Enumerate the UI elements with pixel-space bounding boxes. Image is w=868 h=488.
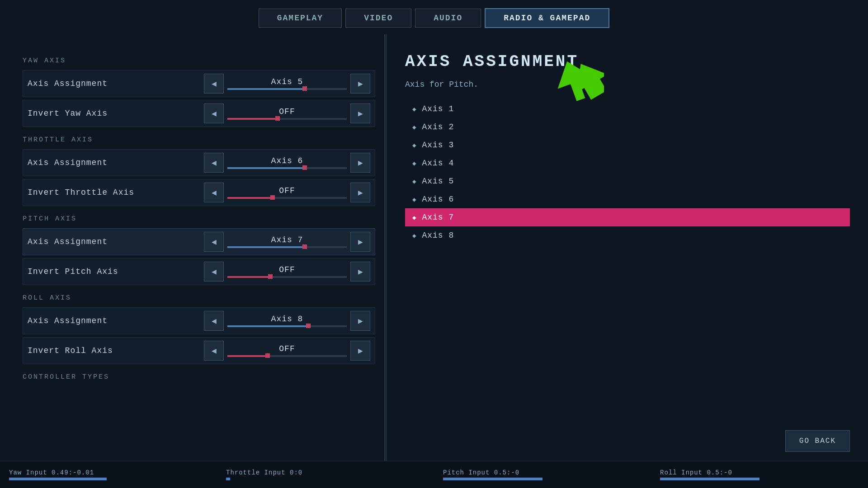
top-navigation: GAMEPLAY VIDEO AUDIO RADIO & GAMEPAD	[0, 0, 868, 34]
invert-throttle-row: Invert Throttle Axis ◀ OFF ▶	[23, 179, 375, 206]
invert-throttle-value-display: OFF	[224, 186, 350, 199]
pitch-axis-prev-button[interactable]: ◀	[204, 232, 224, 252]
axis-8-label: Axis 8	[422, 231, 454, 240]
yaw-axis-assignment-label: Axis Assignment	[28, 79, 204, 88]
status-bar: Yaw Input 0.49:-0.01 Throttle Input 0:0 …	[0, 461, 868, 488]
invert-pitch-slider	[227, 276, 347, 278]
roll-axis-slider	[227, 325, 347, 327]
go-back-button[interactable]: GO BACK	[785, 430, 850, 452]
invert-pitch-value: OFF	[279, 265, 295, 274]
invert-throttle-prev-button[interactable]: ◀	[204, 183, 224, 202]
tab-radio-gamepad[interactable]: RADIO & GAMEPAD	[485, 8, 609, 28]
roll-axis-value: Axis 8	[271, 314, 303, 324]
pitch-axis-next-button[interactable]: ▶	[350, 232, 370, 252]
axis-option-8[interactable]: ◆ Axis 8	[405, 226, 850, 244]
invert-yaw-prev-button[interactable]: ◀	[204, 103, 224, 123]
throttle-axis-value: Axis 6	[271, 156, 303, 165]
invert-roll-slider	[227, 355, 347, 357]
axis-4-label: Axis 4	[422, 159, 454, 168]
invert-yaw-next-button[interactable]: ▶	[350, 103, 370, 123]
status-yaw-label: Yaw Input 0.49:-0.01	[9, 469, 208, 476]
yaw-axis-assignment-row: Axis Assignment ◀ Axis 5 ▶	[23, 70, 375, 97]
axis-option-5[interactable]: ◆ Axis 5	[405, 172, 850, 190]
axis-1-bullet: ◆	[412, 105, 416, 113]
invert-yaw-label: Invert Yaw Axis	[28, 109, 204, 118]
main-layout: YAW AXIS Axis Assignment ◀ Axis 5 ▶ Inve…	[0, 34, 868, 463]
pitch-axis-value: Axis 7	[271, 235, 303, 244]
axis-option-6[interactable]: ◆ Axis 6	[405, 190, 850, 208]
axis-option-3[interactable]: ◆ Axis 3	[405, 136, 850, 154]
invert-roll-label: Invert Roll Axis	[28, 346, 204, 355]
section-controller-partial: CONTROLLER TYPES	[23, 373, 375, 381]
tab-video[interactable]: VIDEO	[345, 9, 411, 28]
status-yaw-bar	[9, 478, 107, 480]
roll-axis-value-display: Axis 8	[224, 314, 350, 327]
axis-7-label: Axis 7	[422, 213, 454, 222]
invert-roll-value: OFF	[279, 344, 295, 353]
status-throttle-label: Throttle Input 0:0	[226, 469, 425, 476]
axis-option-7[interactable]: ◆ Axis 7	[405, 208, 850, 226]
yaw-axis-prev-button[interactable]: ◀	[204, 74, 224, 94]
section-pitch-title: PITCH AXIS	[23, 215, 375, 223]
throttle-axis-slider	[227, 167, 347, 169]
axis-option-4[interactable]: ◆ Axis 4	[405, 154, 850, 172]
axis-6-label: Axis 6	[422, 195, 454, 204]
pitch-axis-assignment-row: Axis Assignment ◀ Axis 7 ▶	[23, 228, 375, 255]
invert-pitch-next-button[interactable]: ▶	[350, 262, 370, 282]
invert-yaw-slider	[227, 118, 347, 120]
status-roll: Roll Input 0.5:-0	[651, 467, 868, 482]
roll-axis-prev-button[interactable]: ◀	[204, 311, 224, 331]
invert-roll-next-button[interactable]: ▶	[350, 341, 370, 361]
roll-axis-assignment-row: Axis Assignment ◀ Axis 8 ▶	[23, 307, 375, 334]
invert-roll-prev-button[interactable]: ◀	[204, 341, 224, 361]
yaw-axis-value: Axis 5	[271, 77, 303, 86]
axis-3-bullet: ◆	[412, 141, 416, 149]
pitch-axis-value-display: Axis 7	[224, 235, 350, 248]
status-throttle-bar	[226, 478, 230, 480]
axis-5-bullet: ◆	[412, 178, 416, 185]
invert-yaw-value-display: OFF	[224, 107, 350, 120]
right-panel: AXIS ASSIGNMENT Axis for Pitch. ◆ Axis 1…	[387, 34, 868, 463]
invert-roll-value-display: OFF	[224, 344, 350, 357]
throttle-axis-next-button[interactable]: ▶	[350, 153, 370, 173]
axis-option-1[interactable]: ◆ Axis 1	[405, 100, 850, 118]
invert-throttle-label: Invert Throttle Axis	[28, 188, 204, 197]
right-panel-subtitle: Axis for Pitch.	[405, 80, 850, 89]
tab-gameplay[interactable]: GAMEPLAY	[259, 9, 342, 28]
pitch-axis-slider	[227, 246, 347, 248]
invert-pitch-label: Invert Pitch Axis	[28, 267, 204, 276]
invert-throttle-next-button[interactable]: ▶	[350, 183, 370, 202]
yaw-axis-next-button[interactable]: ▶	[350, 74, 370, 94]
axis-5-label: Axis 5	[422, 177, 454, 186]
axis-3-label: Axis 3	[422, 141, 454, 150]
left-panel: YAW AXIS Axis Assignment ◀ Axis 5 ▶ Inve…	[0, 34, 384, 463]
axis-7-bullet: ◆	[412, 214, 416, 221]
invert-throttle-value: OFF	[279, 186, 295, 195]
axis-2-label: Axis 2	[422, 122, 454, 131]
throttle-axis-prev-button[interactable]: ◀	[204, 153, 224, 173]
axis-option-2[interactable]: ◆ Axis 2	[405, 118, 850, 136]
throttle-axis-value-display: Axis 6	[224, 156, 350, 169]
invert-roll-row: Invert Roll Axis ◀ OFF ▶	[23, 337, 375, 364]
status-throttle: Throttle Input 0:0	[217, 467, 434, 482]
status-pitch: Pitch Input 0.5:-0	[434, 467, 651, 482]
yaw-axis-slider	[227, 88, 347, 90]
section-yaw-title: YAW AXIS	[23, 57, 375, 65]
status-roll-label: Roll Input 0.5:-0	[660, 469, 859, 476]
status-pitch-bar	[443, 478, 542, 480]
invert-pitch-row: Invert Pitch Axis ◀ OFF ▶	[23, 258, 375, 285]
throttle-axis-assignment-row: Axis Assignment ◀ Axis 6 ▶	[23, 149, 375, 176]
tab-audio[interactable]: AUDIO	[415, 9, 481, 28]
right-panel-title: AXIS ASSIGNMENT	[405, 52, 850, 71]
invert-yaw-row: Invert Yaw Axis ◀ OFF ▶	[23, 100, 375, 127]
section-roll-title: ROLL AXIS	[23, 294, 375, 302]
axis-6-bullet: ◆	[412, 196, 416, 203]
invert-pitch-prev-button[interactable]: ◀	[204, 262, 224, 282]
roll-axis-next-button[interactable]: ▶	[350, 311, 370, 331]
green-arrow-indicator	[550, 59, 604, 107]
invert-pitch-value-display: OFF	[224, 265, 350, 278]
axis-1-label: Axis 1	[422, 104, 454, 113]
axis-4-bullet: ◆	[412, 160, 416, 167]
status-roll-bar	[660, 478, 760, 480]
pitch-axis-assignment-label: Axis Assignment	[28, 237, 204, 246]
